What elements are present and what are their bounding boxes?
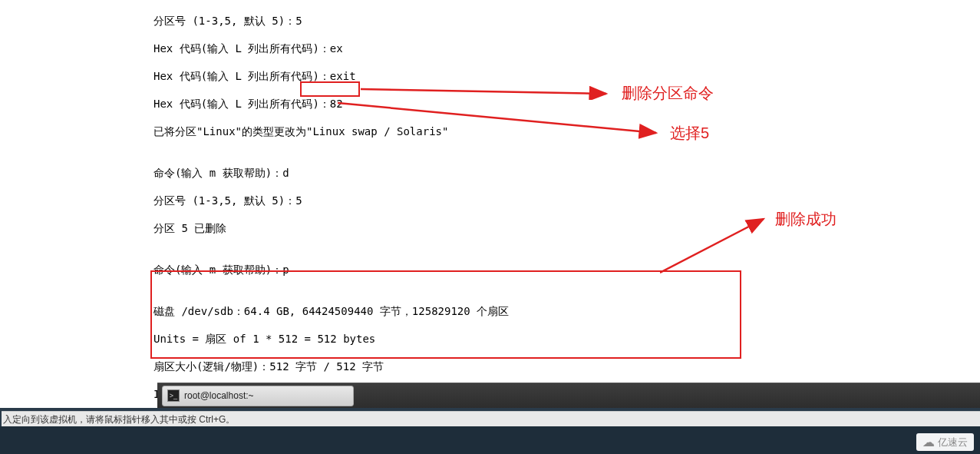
watermark-text: 亿速云: [938, 436, 968, 449]
term-line: 分区 5 已删除: [153, 221, 980, 235]
term-line: 扇区大小(逻辑/物理)：512 字节 / 512 字节: [153, 360, 980, 373]
term-line: 磁盘 /dev/sdb：64.4 GB, 64424509440 字节，1258…: [153, 304, 980, 318]
terminal-output[interactable]: 分区号 (1-3,5, 默认 5)：5 Hex 代码(输入 L 列出所有代码)：…: [153, 0, 980, 380]
term-line: 命令(输入 m 获取帮助)：p: [153, 263, 980, 277]
term-line: 分区号 (1-3,5, 默认 5)：5: [153, 194, 980, 207]
cloud-icon: ☁: [922, 435, 935, 449]
taskbar-item-label: root@localhost:~: [184, 390, 254, 401]
term-line: 已将分区"Linux"的类型更改为"Linux swap / Solaris": [153, 124, 980, 138]
term-line: Units = 扇区 of 1 * 512 = 512 bytes: [153, 332, 980, 346]
left-margin: [0, 0, 153, 408]
watermark: ☁ 亿速云: [916, 433, 974, 451]
term-line: Hex 代码(输入 L 列出所有代码)：exit: [153, 69, 980, 83]
taskbar-item-terminal[interactable]: >_ root@localhost:~: [162, 386, 354, 406]
term-line: 分区号 (1-3,5, 默认 5)：5: [153, 14, 980, 28]
term-line: 命令(输入 m 获取帮助)：d: [153, 166, 980, 180]
taskbar: >_ root@localhost:~: [157, 383, 980, 408]
host-background: [0, 426, 980, 454]
terminal-icon: >_: [167, 389, 180, 402]
vm-hint-bar: 入定向到该虚拟机，请将鼠标指针移入其中或按 Ctrl+G。: [2, 411, 980, 426]
term-line: Hex 代码(输入 L 列出所有代码)：ex: [153, 41, 980, 55]
terminal-window: 分区号 (1-3,5, 默认 5)：5 Hex 代码(输入 L 列出所有代码)：…: [0, 0, 980, 408]
term-line: Hex 代码(输入 L 列出所有代码)：82: [153, 97, 980, 111]
